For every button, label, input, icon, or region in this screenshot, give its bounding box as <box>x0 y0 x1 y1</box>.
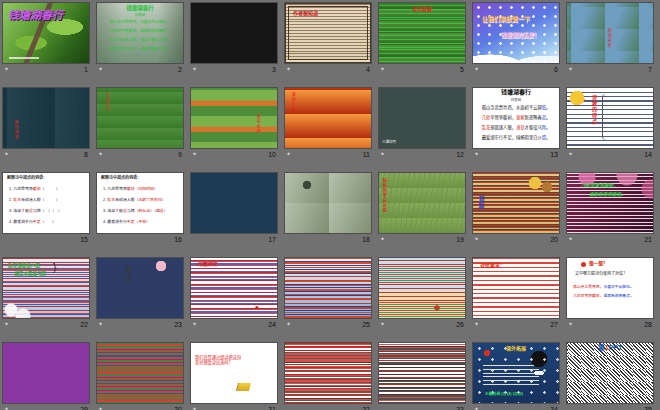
slide-number: 27 <box>550 321 558 328</box>
slide-thumbnail[interactable]: 钱塘湖春行 <box>3 3 89 63</box>
transition-icon[interactable]: ✦ <box>4 66 9 72</box>
slide-text: 课外拓展 <box>473 345 559 351</box>
slide-text-segment: 谁家新燕啄春泥。 <box>603 294 633 298</box>
slide-thumbnail[interactable]: 尾联 <box>97 258 183 318</box>
slide-thumbnail[interactable]: 解释诗中加点的词语：1. 几处早莺争暖树（ ）2. 乱花渐欲迷人眼（ ）3. 浅… <box>3 173 89 233</box>
slide-thumbnail[interactable] <box>285 343 371 403</box>
slide-footer: ✦7 <box>567 63 653 75</box>
slide-footer: ✦21 <box>567 233 653 245</box>
slide-cell: 几处早莺争暖树，谁家新燕啄春泥。✦21 <box>567 173 653 245</box>
slide-thumbnail[interactable]: 西湖美景 <box>567 3 653 63</box>
transition-icon[interactable]: ✦ <box>568 321 573 327</box>
transition-icon[interactable]: ✦ <box>474 66 479 72</box>
slide-footer: ✦23 <box>97 318 183 330</box>
slide-text-segment: 浅草 <box>516 125 525 130</box>
transition-icon[interactable]: ✦ <box>474 151 479 157</box>
slide-thumbnail[interactable] <box>379 258 465 318</box>
transition-icon[interactable]: ✦ <box>474 406 479 410</box>
slide-thumbnail[interactable]: 钱塘湖春行白居易孤山寺北贾亭西，水面初平云脚低。几处早莺争暖树，谁家新燕啄春泥。… <box>97 3 183 63</box>
transition-icon[interactable]: ✦ <box>98 66 103 72</box>
slide-footer: ✦27 <box>473 318 559 330</box>
slide-thumbnail[interactable]: 首联 <box>473 173 559 233</box>
transition-icon[interactable]: ✦ <box>380 321 385 327</box>
slide-text: 最爱湖东行不足，绿杨阴里白沙堤。 <box>473 135 559 140</box>
slide-cell: 解释诗中加点的词语：1. 几处早莺争暖树（向阳的树）2. 乱花渐欲迷人眼（五颜六… <box>97 173 183 245</box>
transition-icon[interactable]: ✦ <box>4 151 9 157</box>
slide-thumbnail[interactable]: 解释诗中加点的词语：1. 几处早莺争暖树（向阳的树）2. 乱花渐欲迷人眼（五颜六… <box>97 173 183 233</box>
slide-thumbnail[interactable] <box>3 343 89 403</box>
slide-text: 4. 最爱湖东行不足（ ） <box>9 220 56 225</box>
slide-cell: 乱花渐欲迷人眼浅草才能没马蹄✦22 <box>3 258 89 330</box>
transition-icon[interactable]: ✦ <box>98 321 103 327</box>
slide-thumbnail[interactable]: 问题探究◆ <box>191 258 277 318</box>
slide-thumbnail[interactable]: 三潭印月 <box>379 88 465 148</box>
transition-icon[interactable]: ✦ <box>4 321 9 327</box>
slide-thumbnail[interactable]: 诗歌的特点 <box>567 88 653 148</box>
slide-thumbnail[interactable] <box>97 343 183 403</box>
slide-thumbnail[interactable]: 钱塘湖春行白居易孤山寺北贾亭西，水面初平云脚低。几处早莺争暖树，谁家新燕啄春泥。… <box>473 88 559 148</box>
slide-thumbnail[interactable]: 我们还是通过朗读把这份 美好感受读出来吗？ <box>191 343 277 403</box>
slide-thumbnail[interactable]: 雷峰夕照 <box>285 88 371 148</box>
slide-thumbnail[interactable]: 几处早莺争暖树，谁家新燕啄春泥。 <box>567 173 653 233</box>
transition-icon[interactable]: ✦ <box>568 151 573 157</box>
slide-thumbnail[interactable]: 作者我知道 <box>285 3 371 63</box>
slide-footer: ✦1 <box>3 63 89 75</box>
slide-text: 让我们来欣赏一下 <box>482 16 530 23</box>
slide-thumbnail[interactable] <box>285 173 371 233</box>
slide-thumbnail[interactable]: 断桥残雪 <box>3 88 89 148</box>
slide-text: 3. 浅草才能没马蹄（ ）（ ） <box>9 209 62 214</box>
slide-thumbnail[interactable]: 写作背景 <box>379 3 465 63</box>
slide-text-segment: 。 <box>546 135 550 140</box>
slide-text: 解释诗中加点的词语： <box>7 176 47 181</box>
slide-sorter-view: { "app": {"view": "powerpoint-slide-sort… <box>0 0 660 410</box>
slide-text-segment: 几处早莺争暖树， <box>573 294 603 298</box>
transition-icon[interactable]: ✦ <box>192 66 197 72</box>
slide-text-segment: 才能没马 <box>525 125 542 130</box>
transition-icon[interactable]: ✦ <box>380 236 385 242</box>
slide-thumbnail[interactable]: 平湖秋月 <box>97 88 183 148</box>
transition-icon[interactable]: ✦ <box>380 151 385 157</box>
slide-thumbnail[interactable]: 课外拓展正确选择 (1) (4) (3) (2) <box>473 343 559 403</box>
slide-text-segment: 几处 <box>482 115 491 120</box>
slide-thumbnail[interactable]: 对仗要求： <box>473 258 559 318</box>
slide-cell: ✦3 <box>191 3 277 75</box>
transition-icon[interactable]: ✦ <box>286 321 291 327</box>
slide-text: 西湖美景 <box>606 28 611 48</box>
slide-number: 20 <box>550 236 558 243</box>
transition-icon[interactable]: ✦ <box>286 66 291 72</box>
transition-icon[interactable]: ✦ <box>192 406 197 410</box>
slide-text: 诗歌的特点 <box>591 95 597 125</box>
slide-thumbnail[interactable] <box>191 3 277 63</box>
slide-text: 雷峰夕照 <box>290 92 295 112</box>
transition-icon[interactable]: ✦ <box>98 406 103 410</box>
transition-icon[interactable]: ✦ <box>474 236 479 242</box>
transition-icon[interactable]: ✦ <box>474 321 479 327</box>
slide-text: 白居易 <box>97 13 183 17</box>
transition-icon[interactable]: ✦ <box>568 236 573 242</box>
transition-icon[interactable]: ✦ <box>192 321 197 327</box>
slide-thumbnail[interactable]: 绿杨阴里白沙堤 <box>379 173 465 233</box>
slide-thumbnail[interactable]: 乱花渐欲迷人眼浅草才能没马蹄 <box>3 258 89 318</box>
slide-thumbnail[interactable]: 让我们来欣赏一下钱塘湖的美景！ <box>473 3 559 63</box>
transition-icon[interactable]: ✦ <box>192 151 197 157</box>
slide-thumbnail[interactable] <box>285 258 371 318</box>
slide-thumbnail[interactable]: 曲院风荷 <box>191 88 277 148</box>
slide-number: 30 <box>174 406 182 410</box>
slide-thumbnail[interactable] <box>379 343 465 403</box>
slide-footer: 18 <box>285 233 371 245</box>
transition-icon[interactable]: ✦ <box>568 66 573 72</box>
slide-thumbnail[interactable] <box>191 173 277 233</box>
slide-thumbnail[interactable]: 想一想？文中哪几联诗句使用了对仗？孤山寺北贾亭西，水面初平云脚低。几处早莺争暖树… <box>567 258 653 318</box>
slide-text-segment: 向阳的树 <box>138 186 154 191</box>
slide-footer: ✦11 <box>285 148 371 160</box>
slide-footer: ✦28 <box>567 318 653 330</box>
slide-cell: 第1PPT35 <box>567 343 653 410</box>
slide-grid: 钱塘湖春行✦1钱塘湖春行白居易孤山寺北贾亭西，水面初平云脚低。几处早莺争暖树，谁… <box>0 0 660 410</box>
transition-icon[interactable]: ✦ <box>98 151 103 157</box>
slide-footer: ✦13 <box>473 148 559 160</box>
slide-footer: 15 <box>3 233 89 245</box>
transition-icon[interactable]: ✦ <box>380 66 385 72</box>
transition-icon[interactable]: ✦ <box>286 151 291 157</box>
transition-icon[interactable]: ✦ <box>4 406 9 410</box>
slide-thumbnail[interactable]: 第1PPT <box>567 343 653 403</box>
